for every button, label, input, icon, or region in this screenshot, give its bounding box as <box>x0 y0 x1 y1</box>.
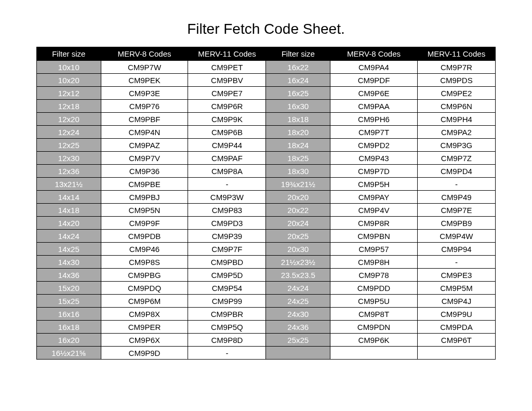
cell-size: 24x24 <box>266 282 330 295</box>
table-header-row: Filter size MERV-8 Codes MERV-11 Codes F… <box>37 47 496 61</box>
cell-merv8: CM9P7W <box>101 61 188 74</box>
code-table: Filter size MERV-8 Codes MERV-11 Codes F… <box>36 47 496 360</box>
cell-size: 13x21½ <box>37 178 101 191</box>
cell-merv8: CM9P6E <box>330 87 418 100</box>
cell-merv11: CM9P9U <box>417 308 495 321</box>
cell-size: 23.5x23.5 <box>266 269 330 282</box>
cell-merv11: CM9PDS <box>417 74 495 87</box>
cell-merv11: CM9PE2 <box>417 87 495 100</box>
table-row: 10x20CM9PEKCM9PBV16x24CM9PDFCM9PDS <box>37 74 496 87</box>
cell-merv8: CM9P5U <box>330 295 418 308</box>
cell-merv11: CM9P7F <box>188 243 266 256</box>
cell-merv11: CM9PBV <box>188 74 266 87</box>
cell-merv8: CM9PBF <box>101 113 188 126</box>
cell-merv8: CM9PA4 <box>330 61 418 74</box>
cell-size: 20x24 <box>266 217 330 230</box>
cell-size: 16½x21⅝ <box>37 347 101 360</box>
cell-merv11: CM9P6R <box>188 100 266 113</box>
cell-merv11: CM9P3G <box>417 139 495 152</box>
cell-merv11 <box>417 347 495 360</box>
table-row: 16½x21⅝CM9P9D- <box>37 347 496 360</box>
cell-merv8: CM9P8X <box>101 308 188 321</box>
table-row: 15x20CM9PDQCM9P5424x24CM9PDDCM9P5M <box>37 282 496 295</box>
cell-merv8: CM9P4N <box>101 126 188 139</box>
cell-merv8: CM9PDF <box>330 74 418 87</box>
cell-merv11: CM9P4W <box>417 230 495 243</box>
col-filter-size-right: Filter size <box>266 47 330 61</box>
cell-merv11: CM9P3W <box>188 191 266 204</box>
cell-size: 21½x23½ <box>266 256 330 269</box>
cell-merv8: CM9PAY <box>330 191 418 204</box>
cell-size: 24x36 <box>266 321 330 334</box>
cell-merv11: CM9P7Z <box>417 152 495 165</box>
table-row: 15x25CM9P6MCM9P9924x25CM9P5UCM9P4J <box>37 295 496 308</box>
cell-merv8: CM9P3E <box>101 87 188 100</box>
cell-merv11: CM9P6N <box>417 100 495 113</box>
table-row: 12x30CM9P7VCM9PAF18x25CM9P43CM9P7Z <box>37 152 496 165</box>
cell-merv8: CM9P36 <box>101 165 188 178</box>
cell-merv11: CM9PH4 <box>417 113 495 126</box>
cell-size: 20x20 <box>266 191 330 204</box>
cell-merv8: CM9PDQ <box>101 282 188 295</box>
cell-size: 14x25 <box>37 243 101 256</box>
table-row: 14x14CM9PBJCM9P3W20x20CM9PAYCM9P49 <box>37 191 496 204</box>
cell-merv11: CM9PET <box>188 61 266 74</box>
cell-size: 12x20 <box>37 113 101 126</box>
cell-merv11: CM9PE7 <box>188 87 266 100</box>
cell-merv8: CM9P57 <box>330 243 418 256</box>
cell-size: 24x30 <box>266 308 330 321</box>
cell-merv8: CM9PDB <box>101 230 188 243</box>
cell-merv8: CM9PBJ <box>101 191 188 204</box>
cell-merv11: CM9P5Q <box>188 321 266 334</box>
cell-merv11: CM9PD4 <box>417 165 495 178</box>
cell-size: 20x30 <box>266 243 330 256</box>
cell-merv8: CM9PBN <box>330 230 418 243</box>
cell-size: 12x18 <box>37 100 101 113</box>
cell-size: 24x25 <box>266 295 330 308</box>
cell-size: 15x20 <box>37 282 101 295</box>
cell-merv11: - <box>188 178 266 191</box>
cell-size: 19¾x21½ <box>266 178 330 191</box>
cell-merv11: CM9P7E <box>417 204 495 217</box>
cell-size: 12x24 <box>37 126 101 139</box>
cell-merv11: CM9PE3 <box>417 269 495 282</box>
cell-merv8: CM9P6M <box>101 295 188 308</box>
cell-merv8: CM9PER <box>101 321 188 334</box>
cell-merv11: CM9P4J <box>417 295 495 308</box>
cell-size: 12x12 <box>37 87 101 100</box>
cell-merv11: CM9P5D <box>188 269 266 282</box>
cell-merv11: CM9PBD <box>188 256 266 269</box>
cell-merv8: CM9P4V <box>330 204 418 217</box>
cell-merv8: CM9P9D <box>101 347 188 360</box>
table-row: 12x12CM9P3ECM9PE716x25CM9P6ECM9PE2 <box>37 87 496 100</box>
cell-merv11: CM9P6B <box>188 126 266 139</box>
cell-size: 12x30 <box>37 152 101 165</box>
cell-merv11: CM9P44 <box>188 139 266 152</box>
cell-merv11: CM9P49 <box>417 191 495 204</box>
cell-merv11: CM9P8A <box>188 165 266 178</box>
table-row: 14x25CM9P46CM9P7F20x30CM9P57CM9P94 <box>37 243 496 256</box>
cell-merv8: CM9PBE <box>101 178 188 191</box>
cell-size <box>266 347 330 360</box>
table-row: 10x10CM9P7WCM9PET16x22CM9PA4CM9P7R <box>37 61 496 74</box>
cell-merv8: CM9PAA <box>330 100 418 113</box>
cell-merv8: CM9P8S <box>101 256 188 269</box>
table-row: 14x18CM9P5NCM9P8320x22CM9P4VCM9P7E <box>37 204 496 217</box>
cell-merv11: CM9P8D <box>188 334 266 347</box>
cell-merv8: CM9PEK <box>101 74 188 87</box>
table-row: 12x36CM9P36CM9P8A18x30CM9P7DCM9PD4 <box>37 165 496 178</box>
cell-merv11: - <box>417 178 495 191</box>
table-row: 12x18CM9P76CM9P6R16x30CM9PAACM9P6N <box>37 100 496 113</box>
cell-merv8: CM9PBG <box>101 269 188 282</box>
cell-merv8: CM9P43 <box>330 152 418 165</box>
cell-size: 18x30 <box>266 165 330 178</box>
cell-size: 16x25 <box>266 87 330 100</box>
cell-size: 10x10 <box>37 61 101 74</box>
cell-merv8: CM9P78 <box>330 269 418 282</box>
cell-size: 14x14 <box>37 191 101 204</box>
cell-size: 10x20 <box>37 74 101 87</box>
cell-merv8: CM9P9F <box>101 217 188 230</box>
cell-merv11: CM9P39 <box>188 230 266 243</box>
col-merv8-right: MERV-8 Codes <box>330 47 418 61</box>
table-row: 12x20CM9PBFCM9P9K18x18CM9PH6CM9PH4 <box>37 113 496 126</box>
